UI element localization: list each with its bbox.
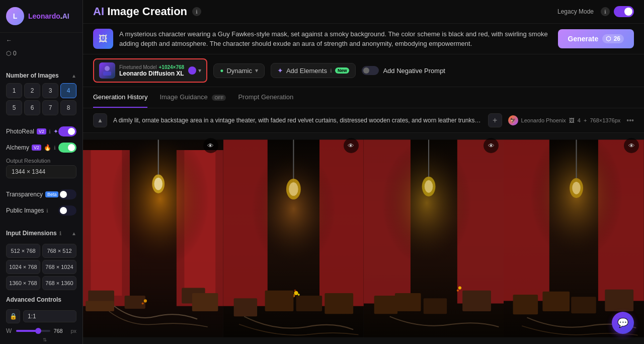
- svg-rect-32: [233, 298, 257, 316]
- transparency-toggle[interactable]: [58, 189, 76, 199]
- num-btn-4[interactable]: 4: [60, 83, 76, 98]
- legacy-mode-label: Legacy Mode: [557, 8, 594, 15]
- transparency-label: Transparency Beta: [6, 191, 58, 198]
- mode-dropdown-icon: ▾: [255, 67, 258, 74]
- num-images-section: Number of Images ▲: [0, 67, 83, 81]
- dim-1360x768[interactable]: 1360 × 768: [6, 276, 40, 290]
- photoreal-toggle[interactable]: [58, 126, 76, 136]
- image-guidance-badge: OFF: [212, 95, 226, 101]
- image-1-eye-button[interactable]: 👁: [203, 138, 218, 153]
- title-info-icon[interactable]: ℹ: [192, 7, 201, 16]
- history-count-icon: 🖼: [569, 117, 575, 123]
- image-4-overlay: 👁: [624, 138, 639, 153]
- add-elements-button[interactable]: ✦ Add Elements ℹ New: [271, 63, 356, 78]
- model-dropdown-icon[interactable]: ▾: [198, 67, 201, 74]
- image-4-eye-button[interactable]: 👁: [624, 138, 639, 153]
- tab-image-guidance[interactable]: Image Guidance OFF: [159, 87, 226, 108]
- logo-text: Leonardo.AI: [28, 12, 69, 20]
- history-model-info: 🦅 Leonardo Phoenix 🖼 4 + 768×1376px: [508, 115, 621, 125]
- svg-point-17: [144, 299, 147, 302]
- logo-area: L Leonardo.AI: [0, 0, 83, 33]
- legacy-mode-toggle[interactable]: [614, 6, 634, 17]
- support-chat-button[interactable]: 💬: [612, 312, 634, 334]
- svg-point-29: [294, 290, 296, 292]
- legacy-mode-area: Legacy Mode ℹ: [557, 6, 634, 17]
- num-btn-3[interactable]: 3: [42, 83, 58, 98]
- history-prompt-text: A dimly lit, ornate backstage area in a …: [113, 117, 482, 124]
- svg-rect-60: [513, 295, 538, 314]
- svg-rect-58: [571, 297, 596, 313]
- generate-button[interactable]: Generate ⬡ 26: [558, 29, 634, 48]
- svg-rect-13: [86, 301, 114, 311]
- alchemy-v2-badge: V2: [32, 145, 41, 151]
- photoreal-v2-badge: V2: [37, 128, 46, 134]
- num-btn-5[interactable]: 5: [6, 100, 22, 115]
- history-expand-button[interactable]: ▲: [93, 113, 107, 127]
- model-selector[interactable]: Finetuned Model +1024×768 Leonardo Diffu…: [93, 58, 207, 83]
- alchemy-label: Alchemy V2 🔥 ℹ: [6, 144, 56, 151]
- prompt-text[interactable]: A mysterious character wearing a Guy Faw…: [119, 29, 552, 49]
- swap-icon: ⇅: [6, 337, 76, 342]
- svg-point-53: [573, 182, 581, 194]
- num-btn-6[interactable]: 6: [24, 100, 40, 115]
- num-btn-8[interactable]: 8: [60, 100, 76, 115]
- tab-prompt-generation[interactable]: Prompt Generation: [238, 87, 293, 108]
- dim-1024x768[interactable]: 1024 × 768: [6, 260, 40, 274]
- page-title: AI Image Creation: [93, 5, 187, 18]
- image-2-eye-button[interactable]: 👁: [344, 138, 359, 153]
- photoreal-spark-icon: ✦: [53, 128, 58, 135]
- w-slider[interactable]: [16, 330, 50, 332]
- input-dim-info-icon[interactable]: ℹ: [59, 231, 61, 236]
- aspect-ratio-row: 🔒 1:1 16:9 4:3: [0, 307, 83, 325]
- model-color-dot: [188, 66, 196, 75]
- image-3-eye-button[interactable]: 👁: [484, 138, 499, 153]
- mode-selector[interactable]: ● Dynamic ▾: [213, 63, 265, 78]
- svg-point-41: [458, 286, 461, 289]
- theater-image-3: [364, 133, 504, 344]
- back-button[interactable]: ←: [0, 33, 83, 48]
- photoreal-info-icon[interactable]: ℹ: [49, 129, 51, 134]
- neg-prompt-toggle[interactable]: [362, 66, 379, 75]
- num-btn-1[interactable]: 1: [6, 83, 22, 98]
- svg-rect-46: [374, 296, 397, 314]
- svg-rect-43: [394, 293, 421, 311]
- dim-768x512[interactable]: 768 × 512: [42, 244, 76, 258]
- tab-generation-history[interactable]: Generation History: [93, 87, 147, 108]
- elements-info-icon[interactable]: ℹ: [330, 68, 332, 74]
- lock-icon[interactable]: 🔒: [6, 309, 20, 323]
- advanced-controls-label: Advanced Controls: [0, 292, 83, 307]
- svg-rect-30: [265, 291, 293, 311]
- neg-prompt-row: Add Negative Prompt: [362, 66, 445, 75]
- num-btn-2[interactable]: 2: [24, 83, 40, 98]
- dim-768x1024[interactable]: 768 × 1024: [42, 260, 76, 274]
- svg-rect-59: [605, 290, 634, 311]
- wh-inputs: W 768 px ⇅ H 768 px: [0, 325, 83, 344]
- svg-point-26: [294, 291, 298, 295]
- transparency-row: Transparency Beta: [0, 186, 83, 202]
- output-res-value[interactable]: 1344 × 1344: [6, 165, 76, 178]
- svg-point-40: [424, 180, 433, 193]
- mode-label: Dynamic: [226, 67, 252, 75]
- aspect-ratio-select[interactable]: 1:1 16:9 4:3: [23, 310, 76, 322]
- mode-dot-icon: ●: [220, 67, 223, 74]
- token-area: ⬡ 0: [0, 48, 83, 61]
- num-btn-7[interactable]: 7: [42, 100, 58, 115]
- history-more-button[interactable]: •••: [626, 116, 634, 124]
- alchemy-info-icon[interactable]: ℹ: [54, 145, 56, 151]
- dim-512x768[interactable]: 512 × 768: [6, 244, 40, 258]
- model-bar: Finetuned Model +1024×768 Leonardo Diffu…: [83, 54, 644, 87]
- legacy-info-icon[interactable]: ℹ: [601, 7, 610, 16]
- sidebar: L Leonardo.AI ← ⬡ 0 Number of Images ▲ 1…: [0, 0, 83, 344]
- input-dim-label: Input Dimensions: [6, 230, 57, 237]
- transparency-beta-badge: Beta: [45, 191, 59, 197]
- alchemy-toggle[interactable]: [58, 143, 76, 153]
- history-add-button[interactable]: +: [488, 113, 502, 127]
- public-images-info-icon[interactable]: ℹ: [46, 208, 48, 214]
- dim-768x1360[interactable]: 768 × 1360: [42, 276, 76, 290]
- public-images-toggle[interactable]: [58, 205, 76, 216]
- svg-point-18: [142, 302, 144, 304]
- theater-image-2: [223, 133, 364, 344]
- image-cell-2: 👁: [223, 133, 364, 344]
- model-thumb-image: [100, 63, 114, 78]
- num-images-grid: 1 2 3 4 5 6 7 8: [0, 81, 83, 117]
